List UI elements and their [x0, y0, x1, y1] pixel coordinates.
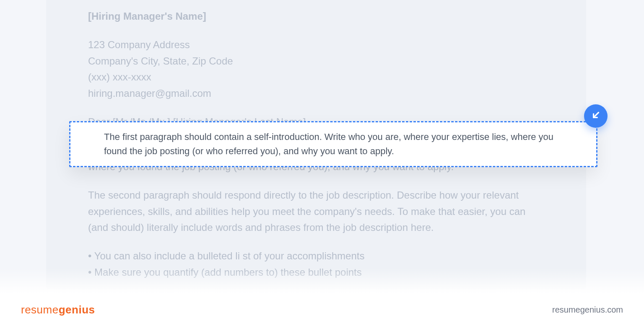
- footer-bar: resumegenius resumegenius.com: [0, 293, 644, 326]
- arrow-down-left-badge[interactable]: [584, 104, 608, 128]
- address-line: 123 Company Address: [88, 37, 544, 53]
- site-url: resumegenius.com: [552, 305, 623, 315]
- hiring-manager-heading: [Hiring Manager's Name]: [88, 8, 544, 24]
- tip-callout-text: The first paragraph should contain a sel…: [104, 130, 563, 158]
- bullet-item: • You can also include a bulleted li st …: [88, 248, 544, 264]
- arrow-down-left-icon: [590, 110, 601, 122]
- bottom-fade: [0, 268, 644, 293]
- tip-callout: The first paragraph should contain a sel…: [69, 121, 597, 167]
- address-line: Company's City, State, Zip Code: [88, 53, 544, 69]
- logo-part2: genius: [59, 303, 95, 316]
- logo-part1: resume: [21, 303, 59, 316]
- company-address-block: 123 Company Address Company's City, Stat…: [88, 37, 544, 101]
- address-line: (xxx) xxx-xxxx: [88, 69, 544, 85]
- address-line: hiring.manager@gmail.com: [88, 85, 544, 101]
- brand-logo: resumegenius: [21, 303, 95, 316]
- paragraph-2: The second paragraph should respond dire…: [88, 187, 544, 235]
- svg-line-0: [594, 113, 599, 118]
- tip-callout-box: The first paragraph should contain a sel…: [69, 121, 597, 167]
